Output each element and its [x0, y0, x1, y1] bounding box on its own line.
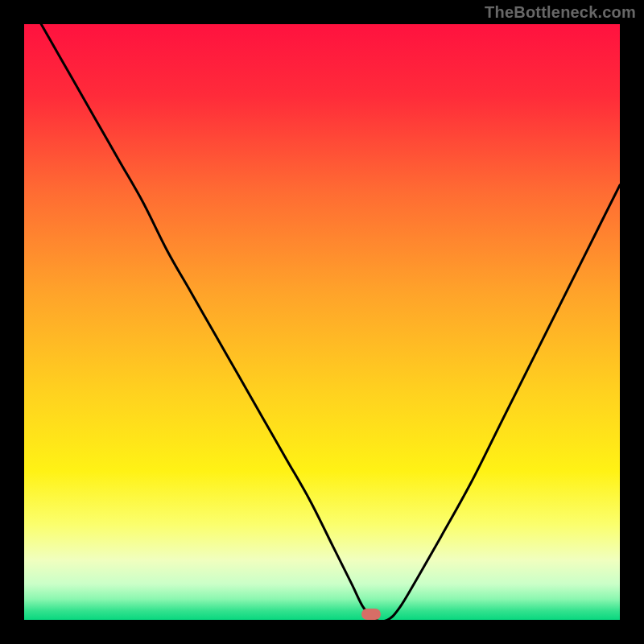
chart-frame: TheBottleneck.com	[0, 0, 644, 644]
optimal-point-marker	[361, 609, 381, 620]
plot-area	[24, 24, 620, 620]
watermark-text: TheBottleneck.com	[485, 3, 636, 22]
bottleneck-curve	[24, 24, 620, 620]
